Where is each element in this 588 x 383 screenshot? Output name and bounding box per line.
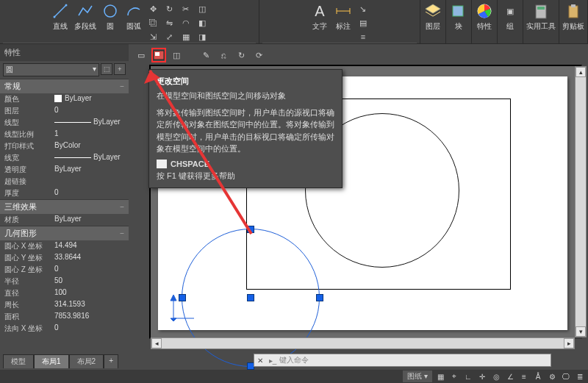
section-general[interactable]: 常规− [0,79,129,93]
mtext-icon[interactable]: ≡ [357,31,369,43]
tooltip-title: 更改空间 [157,76,334,87]
layout-tool-5-icon[interactable]: ⎌ [217,49,230,62]
layers-tool[interactable]: 图层 [423,1,442,32]
properties-title: 特性 [4,47,21,58]
scroll-up-button[interactable]: ▴ [576,67,586,77]
polar-icon[interactable]: ✛ [476,371,488,382]
group-tool[interactable]: ▣ 组 [501,1,520,32]
customize-icon[interactable]: ≣ [574,371,586,382]
arc-tool[interactable]: 圆弧 [124,1,143,32]
tab-add[interactable]: + [104,354,118,368]
prop-plot-value[interactable]: ByColor [51,140,129,152]
lwt-icon[interactable]: ≡ [518,371,530,382]
prop-rad-value[interactable]: 50 [51,276,129,287]
collapse-icon[interactable]: − [120,203,124,211]
command-close-button[interactable]: ✕ [254,357,266,365]
prop-dia-value[interactable]: 100 [51,287,129,299]
trim-icon[interactable]: ✂ [180,3,192,15]
pickadd-button[interactable]: + [114,63,126,75]
prop-layer-value[interactable]: 0 [51,105,129,117]
scale-icon[interactable]: ⤢ [164,31,176,43]
tool-a-icon[interactable]: ◫ [196,3,208,15]
quickselect-button[interactable]: ⬚ [101,63,112,75]
grip-bottom[interactable] [248,363,254,369]
svg-rect-14 [155,52,159,56]
svg-rect-7 [453,6,463,16]
chspace-button[interactable] [152,49,165,62]
grid-icon[interactable]: ▦ [434,371,446,382]
move-icon[interactable]: ✥ [148,3,159,15]
prop-hyper-value[interactable] [51,176,129,187]
layout-tool-1-icon[interactable]: ▭ [135,49,148,62]
layers-icon [423,1,442,21]
otrack-icon[interactable]: ∠ [504,371,516,382]
tab-layout2[interactable]: 布局2 [69,354,104,368]
section-effect[interactable]: 三维效果− [0,199,129,214]
block-tool[interactable]: 块 [449,1,468,32]
array-icon[interactable]: ▦ [180,31,192,43]
fillet-icon[interactable]: ◠ [180,17,192,29]
circle-tool[interactable]: 圆 [101,1,120,32]
leader-icon[interactable]: ↘ [357,3,369,15]
scroll-left-button[interactable]: ◂ [151,338,162,348]
prop-cz-value[interactable]: 0 [51,264,129,276]
prop-cy-value[interactable]: 33.8644 [51,252,129,264]
prop-layer-name: 图层 [0,105,51,117]
layout-tool-4-icon[interactable]: ✎ [199,49,212,62]
prop-transp-value[interactable]: ByLayer [51,164,129,176]
selection-dropdown[interactable]: 圆 ▾ [3,63,99,76]
rotate-icon[interactable]: ↻ [164,3,176,15]
tool-c-icon[interactable]: ◨ [196,31,208,43]
workspace-icon[interactable]: ⚙ [546,371,558,382]
osnap-icon[interactable]: ◎ [490,371,502,382]
copy-icon[interactable]: ⿻ [148,17,159,29]
dimension-tool[interactable]: 标注 [334,1,353,32]
prop-thick-value[interactable]: 0 [51,187,129,199]
tool-b-icon[interactable]: ◧ [196,17,208,29]
stretch-icon[interactable]: ⇲ [148,31,159,43]
scroll-right-button[interactable]: ▸ [564,338,574,348]
grip-right[interactable] [317,295,323,301]
prop-cx-value[interactable]: 14.494 [51,240,129,252]
polyline-tool[interactable]: 多段线 [74,1,96,32]
svg-rect-10 [537,7,545,10]
horizontal-scrollbar[interactable]: ◂ ▸ [151,337,575,349]
line-tool[interactable]: 直线 [51,1,70,32]
utilities-tool[interactable]: 实用工具 [526,1,556,32]
prop-material-value[interactable]: ByLayer [51,214,129,226]
vertical-scrollbar[interactable]: ▴ ▾ [575,66,587,337]
layout-tool-7-icon[interactable]: ⟳ [252,49,265,62]
text-tool[interactable]: A 文字 [310,1,329,32]
section-geometry[interactable]: 几何图形− [0,226,129,240]
layout-toolbar: ▭ ◫ ✎ ⎌ ↻ ⟳ [135,49,265,62]
monitor-icon[interactable]: 🖵 [560,371,572,382]
ortho-icon[interactable]: ∟ [462,371,474,382]
layout-tool-6-icon[interactable]: ↻ [234,49,248,62]
scroll-down-button[interactable]: ▾ [576,326,586,337]
annoscale-icon[interactable]: Å [532,371,544,382]
snap-icon[interactable]: ⌖ [448,371,460,382]
space-indicator[interactable]: 图纸 ▾ [403,371,432,382]
properties-tool[interactable]: 特性 [475,1,494,32]
prop-rad-name: 半径 [0,276,51,287]
tab-layout1[interactable]: 布局1 [34,354,69,368]
collapse-icon[interactable]: − [120,229,124,237]
prop-color-value[interactable]: ByLayer [51,93,129,105]
mirror-icon[interactable]: ⇋ [164,17,176,29]
prop-circ-name: 周长 [0,299,51,311]
prop-lweight-value[interactable]: ByLayer [51,152,129,164]
collapse-icon[interactable]: − [120,82,124,90]
command-bar[interactable]: ✕ ▸_ 键入命令 [254,354,551,367]
prop-circ-value[interactable]: 314.1593 [51,299,129,311]
prop-area-value[interactable]: 7853.9816 [51,311,129,323]
tab-model[interactable]: 模型 [3,354,34,368]
prop-nx-value[interactable]: 0 [51,323,129,334]
grip-center[interactable] [248,295,254,301]
prop-ltype-value[interactable]: ByLayer [51,117,129,129]
table-icon[interactable]: ▤ [357,17,369,29]
clipboard-tool[interactable]: 剪贴板 [562,1,584,32]
prop-ltscale-value[interactable]: 1 [51,129,129,140]
layout-tool-3-icon[interactable]: ◫ [170,49,183,62]
grip-top[interactable] [248,226,254,232]
ribbon-group-clipboard: 剪贴板 [559,0,588,43]
